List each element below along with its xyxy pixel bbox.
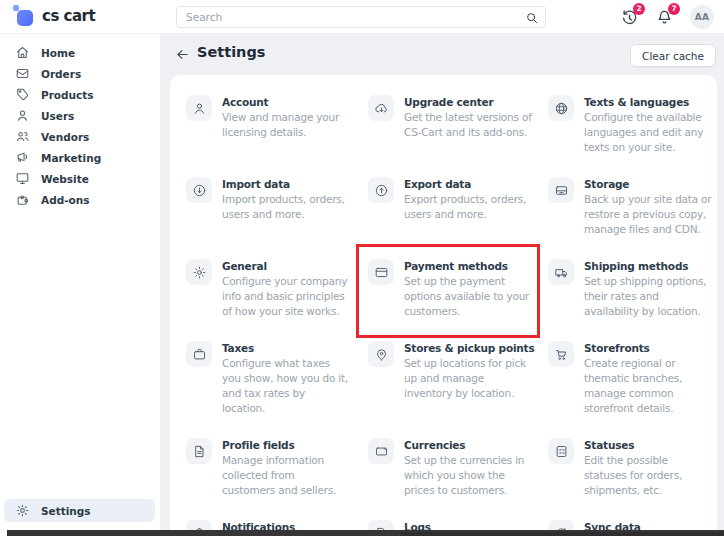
- card-title: Export data: [404, 177, 532, 192]
- sidebar-item-label: Home: [41, 47, 75, 59]
- page-title: Settings: [197, 44, 265, 60]
- cart-icon: [548, 341, 574, 367]
- card-title: Storefronts: [584, 341, 712, 356]
- card-description: Set up shipping options, their rates and…: [584, 274, 712, 319]
- card-title: Stores & pickup points: [404, 341, 532, 356]
- history-icon[interactable]: 2: [620, 8, 639, 27]
- sidebar-item-orders[interactable]: Orders: [0, 63, 160, 84]
- sidebar-item-label: Website: [41, 173, 89, 185]
- logo[interactable]: cs cart: [13, 5, 95, 27]
- puzzle-icon: [15, 192, 30, 207]
- bell-icon[interactable]: 7: [655, 8, 674, 27]
- briefcase-icon: [186, 341, 212, 367]
- tag-icon: [15, 87, 30, 102]
- card-description: Import products, orders, users and more.: [222, 192, 350, 222]
- settings-panel: AccountView and manage your licensing de…: [170, 75, 717, 536]
- settings-card-storefronts[interactable]: StorefrontsCreate regional or thematic b…: [548, 341, 717, 416]
- settings-card-stores-pickup-points[interactable]: Stores & pickup pointsSet up locations f…: [368, 341, 548, 416]
- card-text: GeneralConfigure your company info and b…: [222, 259, 350, 319]
- sidebar-item-label: Settings: [41, 505, 91, 517]
- settings-card-currencies[interactable]: CurrenciesSet up the currencies in which…: [368, 438, 548, 498]
- card-text: Payment methodsSet up the payment option…: [404, 259, 532, 319]
- card-title: Storage: [584, 177, 712, 192]
- settings-card-payment-methods[interactable]: Payment methodsSet up the payment option…: [368, 259, 548, 319]
- card-description: Configure the available languages and ed…: [584, 110, 712, 155]
- search-input[interactable]: [176, 6, 546, 28]
- sidebar-item-label: Products: [41, 89, 94, 101]
- settings-card-taxes[interactable]: TaxesConfigure what taxes you show, how …: [186, 341, 368, 416]
- settings-card-shipping-methods[interactable]: Shipping methodsSet up shipping options,…: [548, 259, 717, 319]
- card-text: StorefrontsCreate regional or thematic b…: [584, 341, 712, 416]
- card-title: Texts & languages: [584, 95, 712, 110]
- card-text: Upgrade centerGet the latest versions of…: [404, 95, 532, 140]
- sidebar-item-users[interactable]: Users: [0, 105, 160, 126]
- user-icon: [186, 95, 212, 121]
- card-title: Taxes: [222, 341, 350, 356]
- sidebar: HomeOrdersProductsUsersVendorsMarketingW…: [0, 34, 160, 536]
- settings-card-statuses[interactable]: StatusesEdit the possible statuses for o…: [548, 438, 717, 498]
- sidebar-item-label: Add-ons: [41, 194, 89, 206]
- card-description: Export products, orders, users and more.: [404, 192, 532, 222]
- card-description: View and manage your licensing details.: [222, 110, 350, 140]
- card-description: Edit the possible statuses for orders, s…: [584, 453, 712, 498]
- history-badge: 2: [633, 3, 645, 15]
- sidebar-item-marketing[interactable]: Marketing: [0, 147, 160, 168]
- export-icon: [368, 177, 394, 203]
- sidebar-item-website[interactable]: Website: [0, 168, 160, 189]
- document-icon: [186, 438, 212, 464]
- card-text: Shipping methodsSet up shipping options,…: [584, 259, 712, 319]
- home-icon: [15, 45, 30, 60]
- megaphone-icon: [15, 150, 30, 165]
- gear-icon: [15, 503, 30, 518]
- notifications-badge: 7: [668, 3, 680, 15]
- card-text: TaxesConfigure what taxes you show, how …: [222, 341, 350, 416]
- card-title: Account: [222, 95, 350, 110]
- sidebar-item-home[interactable]: Home: [0, 42, 160, 63]
- settings-card-account[interactable]: AccountView and manage your licensing de…: [186, 95, 368, 155]
- settings-card-upgrade-center[interactable]: Upgrade centerGet the latest versions of…: [368, 95, 548, 155]
- settings-card-general[interactable]: GeneralConfigure your company info and b…: [186, 259, 368, 319]
- card-text: Import dataImport products, orders, user…: [222, 177, 350, 222]
- settings-card-export-data[interactable]: Export dataExport products, orders, user…: [368, 177, 548, 237]
- card-text: StorageBack up your site data or restore…: [584, 177, 712, 237]
- settings-card-texts-languages[interactable]: Texts & languagesConfigure the available…: [548, 95, 717, 155]
- settings-cards-grid: AccountView and manage your licensing de…: [170, 75, 717, 536]
- main-area: Settings Clear cache AccountView and man…: [160, 34, 724, 536]
- card-title: Upgrade center: [404, 95, 532, 110]
- user-icon: [15, 108, 30, 123]
- avatar[interactable]: AA: [690, 5, 714, 29]
- card-description: Set up the currencies in which you show …: [404, 453, 532, 498]
- orders-icon: [15, 66, 30, 81]
- top-header: cs cart 2 7 AA: [0, 0, 724, 34]
- monitor-icon: [15, 171, 30, 186]
- card-title: Currencies: [404, 438, 532, 453]
- people-icon: [15, 129, 30, 144]
- logo-text: cs cart: [42, 7, 95, 25]
- card-text: Profile fieldsManage information collect…: [222, 438, 350, 498]
- globe-icon: [548, 95, 574, 121]
- settings-card-import-data[interactable]: Import dataImport products, orders, user…: [186, 177, 368, 237]
- import-icon: [186, 177, 212, 203]
- sidebar-item-vendors[interactable]: Vendors: [0, 126, 160, 147]
- sidebar-item-add-ons[interactable]: Add-ons: [0, 189, 160, 210]
- settings-card-profile-fields[interactable]: Profile fieldsManage information collect…: [186, 438, 368, 498]
- card-text: AccountView and manage your licensing de…: [222, 95, 350, 140]
- storage-icon: [548, 177, 574, 203]
- card-title: Shipping methods: [584, 259, 712, 274]
- card-title: Profile fields: [222, 438, 350, 453]
- sidebar-item-label: Orders: [41, 68, 81, 80]
- sidebar-item-settings[interactable]: Settings: [4, 499, 155, 522]
- window-edge-bar-right: [400, 532, 724, 536]
- settings-card-storage[interactable]: StorageBack up your site data or restore…: [548, 177, 717, 237]
- sidebar-item-label: Marketing: [41, 152, 101, 164]
- sidebar-item-products[interactable]: Products: [0, 84, 160, 105]
- back-arrow-icon[interactable]: [175, 47, 190, 62]
- cloud-download-icon: [368, 95, 394, 121]
- sidebar-item-label: Users: [41, 110, 74, 122]
- cs-cart-admin-app: cs cart 2 7 AA HomeOrdersProductsUsersVe…: [0, 0, 724, 536]
- card-title: Statuses: [584, 438, 712, 453]
- card-title: Payment methods: [404, 259, 532, 274]
- card-description: Set up the payment options available to …: [404, 274, 532, 319]
- card-text: CurrenciesSet up the currencies in which…: [404, 438, 532, 498]
- clear-cache-button[interactable]: Clear cache: [630, 44, 716, 67]
